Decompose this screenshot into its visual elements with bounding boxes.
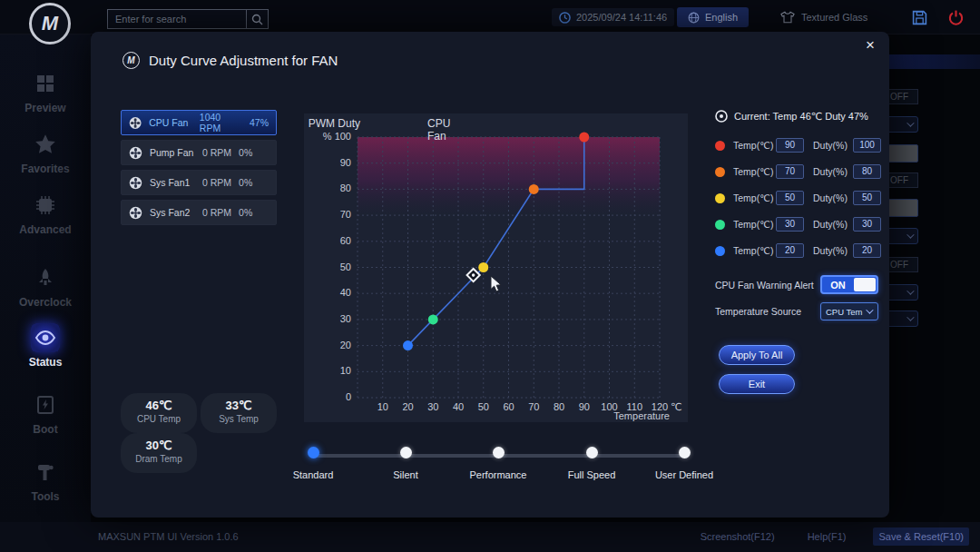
clock-icon (559, 12, 571, 24)
sidebar-item-advanced[interactable]: Advanced (0, 191, 91, 236)
chip-icon (31, 191, 60, 220)
duty-label: Duty(%) (813, 140, 853, 151)
search-input[interactable] (107, 9, 247, 29)
sidebar: Preview Favorites Advanced Overclock Sta… (0, 34, 91, 522)
temp-source-row: Temperature Source CPU Tem (715, 302, 878, 320)
duty-input[interactable]: 20 (853, 243, 881, 258)
temp-source-dropdown[interactable]: CPU Tem (820, 302, 878, 320)
curve-point[interactable] (428, 314, 438, 324)
fan-row-sys-fan2[interactable]: Sys Fan2 0 RPM 0% (121, 200, 277, 225)
sidebar-item-tools[interactable]: Tools (0, 458, 91, 503)
sidebar-item-preview[interactable]: Preview (0, 69, 91, 114)
x-tick-label: 60 (497, 401, 521, 412)
background-dropdown[interactable] (889, 116, 918, 133)
star-icon (31, 130, 60, 159)
apply-to-all-button[interactable]: Apply To All (719, 345, 795, 365)
temp-input[interactable]: 90 (776, 138, 804, 153)
help-link[interactable]: Help(F1) (802, 527, 852, 546)
fan-row-sys-fan1[interactable]: Sys Fan1 0 RPM 0% (121, 170, 277, 195)
warning-alert-label: CPU Fan Warning Alert (715, 280, 814, 291)
curve-point-row: Temp(℃) 90 Duty(%) 100 (715, 136, 881, 154)
mode-silent: Silent (365, 445, 446, 480)
temp-input[interactable]: 30 (776, 217, 804, 232)
cpu-temp-value: 46℃ (121, 399, 197, 412)
screen: 2025/09/24 14:11:46 English Textured Gla… (0, 0, 980, 552)
temp-input[interactable]: 20 (776, 243, 804, 258)
save-reset-link[interactable]: Save & Reset(F10) (873, 527, 969, 546)
sidebar-item-status[interactable]: Status (0, 323, 91, 369)
background-highlight-bar (889, 54, 980, 69)
background-off-toggle[interactable]: OFF (889, 172, 918, 188)
fan-row-cpu-fan[interactable]: CPU Fan 1040 RPM 47% (121, 110, 277, 135)
status-icon (31, 323, 60, 352)
sidebar-item-favorites[interactable]: Favorites (0, 130, 91, 175)
sidebar-item-boot[interactable]: Boot (0, 390, 91, 436)
duty-input[interactable]: 50 (853, 191, 881, 205)
power-button[interactable] (946, 8, 965, 26)
x-tick-label: 20 (397, 401, 420, 412)
curve-point[interactable] (579, 133, 589, 143)
background-off-toggle[interactable]: OFF (889, 89, 918, 104)
fan-curve-chart[interactable]: PWM Duty CPU Fan % 100908070605040302010… (304, 113, 688, 422)
temp-input[interactable]: 50 (776, 191, 804, 205)
y-tick-label: 70 (306, 209, 351, 220)
search-icon (251, 14, 263, 25)
fan-duty: 0% (239, 147, 252, 158)
theme-label: Textured Glass (801, 12, 867, 23)
mode-dot[interactable] (679, 447, 691, 458)
dialog-title-row: M Duty Curve Adjustment for FAN (122, 52, 338, 69)
fan-rpm: 1040 RPM (200, 112, 242, 133)
x-tick-label: 40 (446, 401, 470, 412)
curve-point[interactable] (478, 262, 488, 272)
language-selector[interactable]: English (677, 7, 749, 27)
version-text: MAXSUN PTM UI Version 1.0.6 (98, 531, 239, 542)
current-position-dot (472, 273, 475, 277)
background-field[interactable] (889, 199, 918, 217)
point-color-dot (715, 220, 725, 230)
background-off-toggle[interactable]: OFF (889, 257, 918, 272)
mode-label: Silent (365, 469, 446, 480)
curve-point-row: Temp(℃) 20 Duty(%) 20 (715, 242, 881, 260)
background-dropdown[interactable] (889, 310, 918, 327)
x-tick-label: 90 (573, 401, 596, 412)
x-tick-label: 50 (472, 401, 495, 412)
curve-point[interactable] (529, 184, 539, 194)
toggle-knob (854, 278, 876, 291)
screenshot-link[interactable]: Screenshot(F12) (695, 527, 780, 546)
search-button[interactable] (247, 9, 269, 29)
sidebar-item-overclock[interactable]: Overclock (0, 263, 91, 309)
temp-input[interactable]: 70 (776, 164, 804, 179)
temp-label: Temp(℃) (733, 245, 776, 256)
fan-row-pump-fan[interactable]: Pump Fan 0 RPM 0% (121, 140, 277, 165)
exit-button[interactable]: Exit (719, 374, 795, 394)
mode-dot[interactable] (400, 447, 412, 458)
fan-rpm: 0 RPM (202, 147, 231, 158)
sys-temp-label: Sys Temp (201, 414, 277, 424)
point-color-dot (715, 167, 725, 177)
close-icon[interactable]: × (858, 34, 882, 57)
mode-dot[interactable] (493, 447, 505, 458)
background-field[interactable] (889, 144, 918, 163)
mode-dot[interactable] (308, 447, 319, 458)
background-dropdown[interactable] (889, 228, 918, 244)
y-tick-label: 90 (306, 157, 351, 168)
datetime-text: 2025/09/24 14:11:46 (576, 12, 667, 23)
curve-point[interactable] (403, 340, 413, 350)
x-axis-unit: ℃ (671, 401, 681, 413)
save-button[interactable] (910, 8, 928, 26)
background-dropdown[interactable] (889, 284, 918, 301)
fan-curve-canvas[interactable] (304, 113, 688, 422)
fan-mode-slider: Standard Silent Performance Full Speed U… (295, 445, 803, 490)
boot-icon (31, 390, 60, 419)
y-tick-label: 0 (306, 391, 351, 402)
duty-input[interactable]: 80 (853, 164, 881, 179)
duty-label: Duty(%) (813, 219, 853, 230)
warning-alert-toggle[interactable]: ON (820, 275, 878, 294)
duty-input[interactable]: 100 (853, 138, 881, 153)
sidebar-label: Favorites (0, 163, 91, 175)
mode-label: User Defined (643, 469, 725, 480)
mode-dot[interactable] (586, 447, 598, 458)
x-axis-title: Temperature (613, 410, 670, 421)
duty-input[interactable]: 30 (853, 217, 881, 232)
theme-selector[interactable]: Textured Glass (780, 7, 867, 27)
